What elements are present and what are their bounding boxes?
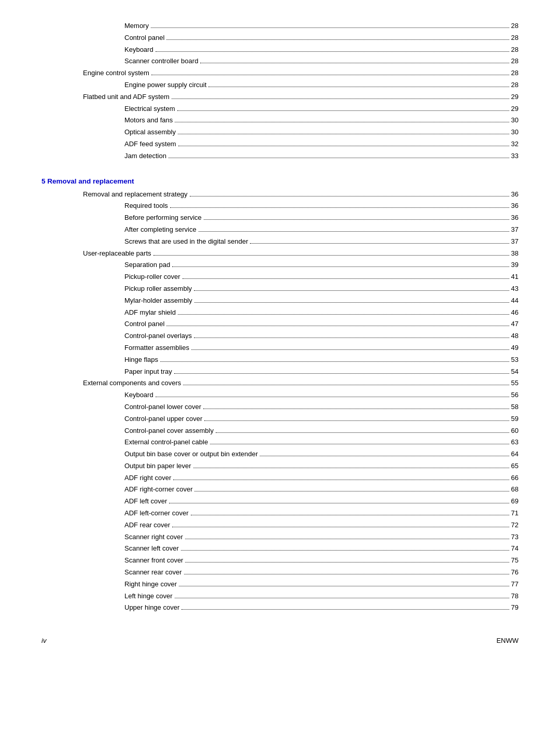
toc-dots <box>173 480 509 480</box>
toc-entry-text: ADF feed system <box>124 139 176 150</box>
toc-dots <box>208 87 509 87</box>
toc-entry-page: 55 <box>511 378 519 389</box>
toc-entry-page: 37 <box>511 224 519 235</box>
toc-entry-text: Left hinge cover <box>124 591 173 602</box>
toc-entry: Pickup roller assembly 43 <box>41 284 519 294</box>
toc-entry: Keyboard 28 <box>41 45 519 55</box>
toc-entry-page: 66 <box>511 473 519 484</box>
toc-entry: Control panel 28 <box>41 33 519 44</box>
toc-entry-page: 75 <box>511 555 519 566</box>
toc-entry-page: 74 <box>511 543 519 554</box>
toc-entry-text: Electrical system <box>124 104 175 115</box>
toc-entry: Control-panel lower cover 58 <box>41 402 519 413</box>
toc-entry: Scanner left cover 74 <box>41 543 519 554</box>
toc-entry-page: 65 <box>511 461 519 472</box>
toc-entry-text: Scanner controller board <box>124 56 198 67</box>
toc-entry-text: Separation pad <box>124 260 170 271</box>
toc-entry-text: ADF mylar shield <box>124 307 176 318</box>
toc-entry-page: 28 <box>511 80 519 91</box>
toc-entry: Keyboard 56 <box>41 390 519 401</box>
section5-heading: 5 Removal and replacement <box>41 177 519 185</box>
toc-entry: Electrical system 29 <box>41 104 519 115</box>
toc-dots <box>181 609 509 610</box>
toc-entry: Engine control system 28 <box>41 68 519 79</box>
toc-entry-text: Motors and fans <box>124 115 173 126</box>
footer-brand: ENWW <box>496 637 519 644</box>
toc-entry-page: 58 <box>511 402 519 413</box>
toc-entry-page: 36 <box>511 213 519 223</box>
toc-dots <box>203 409 509 409</box>
toc-entry: Optical assembly 30 <box>41 127 519 138</box>
toc-entry-page: 28 <box>511 21 519 32</box>
toc-entry: User-replaceable parts 38 <box>41 248 519 259</box>
toc-entry-page: 33 <box>511 151 519 162</box>
toc-entry: External components and covers 55 <box>41 378 519 389</box>
toc-entry-text: Engine power supply circuit <box>124 80 206 91</box>
toc-entry-text: Jam detection <box>124 151 166 162</box>
toc-entry-text: Control-panel lower cover <box>124 402 201 413</box>
toc-dots <box>172 527 509 527</box>
toc-entry-text: External components and covers <box>83 378 181 389</box>
toc-entry-text: User-replaceable parts <box>83 248 151 259</box>
toc-entry: Paper input tray 54 <box>41 367 519 377</box>
toc-dots <box>204 420 509 421</box>
toc-dots <box>178 146 509 146</box>
toc-dots <box>193 468 509 468</box>
toc-entry: Before performing service 36 <box>41 213 519 223</box>
toc-entry-page: 47 <box>511 319 519 330</box>
toc-entry-text: External control-panel cable <box>124 437 208 448</box>
toc-entry-page: 36 <box>511 189 519 200</box>
toc-entry-text: Pickup roller assembly <box>124 284 192 294</box>
toc-dots <box>169 158 509 158</box>
toc-entry: Control panel 47 <box>41 319 519 330</box>
toc-entry-text: Hinge flaps <box>124 355 158 366</box>
toc-entry-text: Scanner rear cover <box>124 567 182 578</box>
toc-entry-page: 49 <box>511 343 519 354</box>
toc-entry: External control-panel cable 63 <box>41 437 519 448</box>
toc-entry-page: 28 <box>511 68 519 79</box>
toc-entry-text: Mylar-holder assembly <box>124 296 192 306</box>
toc-entry-text: Screws that are used in the digital send… <box>124 236 248 247</box>
toc-dots <box>170 207 509 208</box>
toc-entry: ADF left-corner cover 71 <box>41 508 519 519</box>
toc-entry: Scanner rear cover 76 <box>41 567 519 578</box>
page-footer: iv ENWW <box>41 637 519 644</box>
toc-entry-text: Memory <box>124 21 149 32</box>
toc-entry: Right hinge cover 77 <box>41 579 519 590</box>
toc-entry-page: 44 <box>511 296 519 306</box>
toc-dots <box>166 39 509 40</box>
toc-entry-page: 39 <box>511 260 519 271</box>
toc-entry-text: Control panel <box>124 33 164 44</box>
toc-entry-page: 72 <box>511 520 519 531</box>
toc-entry-page: 28 <box>511 45 519 55</box>
toc-dots <box>199 231 509 232</box>
toc-entry-text: Optical assembly <box>124 127 176 138</box>
toc-top-section: Memory 28 Control panel 28 Keyboard 28 S… <box>41 21 519 162</box>
toc-dots <box>204 219 509 220</box>
toc-dots <box>174 373 509 374</box>
toc-entry-text: Keyboard <box>124 45 153 55</box>
toc-entry-text: Control-panel upper cover <box>124 414 202 425</box>
toc-dots <box>210 444 509 444</box>
toc-entry-page: 46 <box>511 307 519 318</box>
toc-entry: ADF mylar shield 46 <box>41 307 519 318</box>
toc-entry-text: ADF left-corner cover <box>124 508 189 519</box>
toc-entry-page: 48 <box>511 331 519 342</box>
toc-entry-page: 54 <box>511 367 519 377</box>
toc-entry-text: Upper hinge cover <box>124 602 179 613</box>
toc-entry-page: 28 <box>511 56 519 67</box>
toc-entry-page: 68 <box>511 484 519 495</box>
toc-entry: Memory 28 <box>41 21 519 32</box>
toc-entry: ADF rear cover 72 <box>41 520 519 531</box>
toc-dots <box>166 326 509 326</box>
toc-dots <box>194 491 509 491</box>
toc-dots <box>194 338 509 338</box>
toc-dots <box>190 196 509 196</box>
toc-entry: After completing service 37 <box>41 224 519 235</box>
toc-dots <box>185 539 509 539</box>
toc-entry-page: 30 <box>511 115 519 126</box>
toc-entry: Pickup-roller cover 41 <box>41 272 519 283</box>
toc-dots <box>183 278 509 279</box>
toc-entry-page: 78 <box>511 591 519 602</box>
toc-entry-page: 53 <box>511 355 519 366</box>
